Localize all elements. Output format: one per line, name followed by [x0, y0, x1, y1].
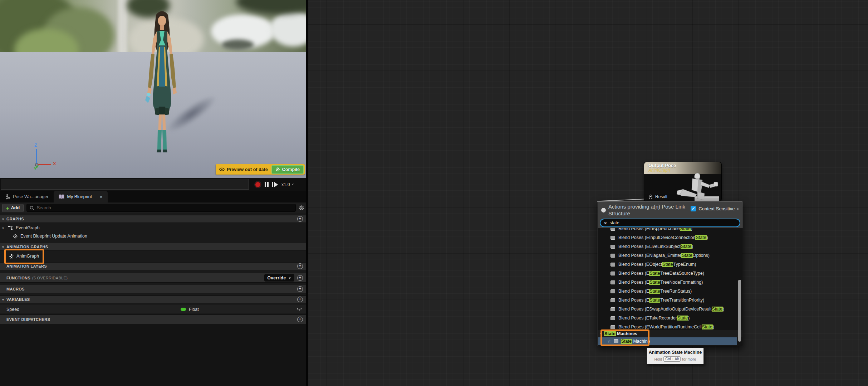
variable-speed-row[interactable]: Speed Float — [0, 305, 306, 313]
override-dropdown[interactable]: Override ∨ — [264, 274, 294, 282]
bullet-icon — [601, 208, 606, 212]
step-forward-button[interactable] — [272, 182, 278, 187]
float-type-pill — [181, 308, 186, 311]
settings-gear-icon[interactable] — [299, 205, 304, 211]
preview-out-of-date-banner: Preview out of date — [219, 167, 268, 172]
timeline-scrubber[interactable] — [1, 179, 249, 190]
tab-pose-watch-manager[interactable]: Pose Wa...anager — [0, 191, 54, 202]
event-update-row[interactable]: Event Blueprint Update Animation — [0, 233, 306, 240]
functions-overridable-count: (5 OVERRIDABLE) — [32, 276, 68, 280]
photo-blob — [118, 0, 127, 52]
node-subtitle: AnimGraph — [648, 168, 721, 173]
tooltip-hold-label: Hold — [654, 357, 662, 361]
context-menu-search-box[interactable]: × — [600, 219, 740, 227]
menu-item[interactable]: Blend Poses (ETakeRecorderState) — [598, 314, 742, 323]
pending-connection-wire — [308, 0, 868, 386]
add-animation-layer-button[interactable]: + — [297, 263, 303, 269]
event-graph-icon — [8, 225, 13, 230]
menu-item[interactable]: Blend Poses (EStateTreeTransitionPriorit… — [598, 296, 742, 305]
graphs-section-header[interactable]: ▾ GRAPHS + — [0, 215, 306, 223]
menu-item[interactable]: Blend Poses (EObjectStateTypeEnum) — [598, 260, 742, 269]
compile-button[interactable]: Compile — [271, 165, 304, 174]
menu-item-label: Blend Poses (ELiveLinkSubjectState) — [618, 244, 693, 249]
action-tooltip: Animation State Machine Hold Ctrl + Alt … — [647, 348, 704, 364]
add-macro-button[interactable]: + — [297, 286, 303, 292]
menu-item[interactable]: Blend Poses (EStateTreeRunStatus) — [598, 287, 742, 296]
eye-closed-icon[interactable] — [296, 308, 302, 311]
clear-search-icon[interactable]: × — [604, 220, 607, 226]
add-graph-button[interactable]: + — [297, 216, 303, 222]
photo-blob — [270, 11, 307, 47]
state-machine-highlight-box — [600, 329, 649, 346]
functions-section-header[interactable]: FUNCTIONS (5 OVERRIDABLE) Override ∨ + — [0, 273, 306, 283]
gear-icon — [275, 167, 280, 172]
menu-item[interactable]: Blend Poses (ESwapAudioOutputDeviceResul… — [598, 305, 742, 314]
anim-graph-canvas[interactable]: Output Pose AnimGraph Result — [308, 0, 868, 386]
context-menu-search-input[interactable] — [610, 220, 736, 225]
variable-name: Speed — [6, 307, 19, 312]
menu-item[interactable]: Blend Poses (EInputDeviceConnectionState… — [598, 233, 742, 242]
variable-type-label: Float — [189, 307, 199, 312]
enum-icon — [610, 263, 615, 267]
context-menu-list: Blend Poses (EWorldPartitionRuntimeCellS… — [598, 228, 742, 346]
chevron-down-icon: ∨ — [291, 183, 294, 186]
event-graph-label: EventGraph — [16, 225, 40, 230]
expander-icon[interactable]: ▾ — [2, 217, 4, 221]
menu-item[interactable]: Blend Poses (EStateTreeNodeFormatting) — [598, 278, 742, 287]
enum-icon — [610, 325, 615, 329]
add-button[interactable]: + Add — [2, 204, 24, 212]
preview-viewport[interactable]: Z X Y Preview out of date Compile — [0, 0, 307, 178]
anim-graph-row[interactable]: AnimGraph — [0, 251, 306, 261]
event-dispatchers-section-header[interactable]: EVENT DISPATCHERS + — [0, 314, 306, 324]
menu-item-label: Blend Poses (EObjectStateTypeEnum) — [618, 262, 696, 267]
output-pose-node[interactable]: Output Pose AnimGraph Result — [644, 162, 722, 202]
macros-header-label: MACROS — [6, 287, 25, 291]
enum-icon — [610, 254, 615, 258]
menu-item-label: Blend Poses (EStateTreeTransitionPriorit… — [618, 298, 704, 303]
animation-layers-section-header[interactable]: ANIMATION LAYERS + — [0, 262, 306, 270]
chevron-right-icon[interactable]: ▸ — [737, 206, 739, 211]
add-function-button[interactable]: + — [297, 275, 303, 281]
close-icon[interactable]: × — [100, 194, 103, 200]
context-menu-header: Actions providing a(n) Pose Link Structu… — [598, 202, 742, 218]
add-variable-button[interactable]: + — [297, 297, 303, 302]
macros-section-header[interactable]: MACROS + — [0, 285, 306, 293]
expander-icon[interactable]: ▾ — [2, 245, 4, 249]
result-pin[interactable]: Result — [648, 194, 667, 199]
tab-label: My Blueprint — [67, 194, 92, 199]
record-button[interactable] — [255, 181, 261, 188]
enum-icon — [610, 272, 615, 275]
expander-icon[interactable]: ▾ — [2, 226, 4, 230]
tooltip-title: Animation State Machine — [647, 350, 703, 355]
my-blueprint-search[interactable] — [26, 204, 296, 212]
pause-button[interactable] — [265, 182, 269, 187]
menu-item-label: Blend Poses (EInAppPurchaseState) — [618, 228, 692, 231]
panel-divider[interactable] — [306, 0, 308, 386]
compile-button-label: Compile — [282, 167, 300, 172]
preview-out-of-date-label: Preview out of date — [227, 167, 268, 172]
animation-graphs-section-header[interactable]: ▾ ANIMATION GRAPHS — [0, 243, 306, 251]
enum-icon — [610, 298, 615, 302]
menu-item[interactable]: Blend Poses (ENiagara_EmitterStateOption… — [598, 251, 742, 260]
variables-section-header[interactable]: ▾ VARIABLES + — [0, 295, 306, 303]
enum-icon — [610, 245, 615, 249]
menu-item-label: Blend Poses (EInputDeviceConnectionState… — [618, 235, 708, 240]
search-input[interactable] — [37, 205, 293, 210]
event-graph-row[interactable]: ▾ EventGraph — [0, 224, 306, 232]
menu-item[interactable]: Blend Poses (ELiveLinkSubjectState) — [598, 242, 742, 251]
panel-empty-area — [0, 324, 306, 386]
gizmo-x-axis — [37, 164, 51, 165]
gizmo-x-label: X — [53, 161, 56, 166]
expander-icon[interactable]: ▾ — [2, 298, 4, 302]
context-sensitive-checkbox[interactable]: ✓ — [691, 206, 696, 211]
event-update-label: Event Blueprint Update Animation — [20, 234, 87, 239]
playback-speed-dropdown[interactable]: x1.0 ∨ — [281, 182, 294, 187]
add-event-dispatcher-button[interactable]: + — [297, 317, 303, 322]
compile-status-bar: Preview out of date Compile — [216, 164, 305, 175]
result-pin-label: Result — [655, 194, 667, 199]
chevron-down-icon: ∨ — [288, 276, 291, 279]
scrollbar-thumb[interactable] — [738, 280, 741, 342]
tab-my-blueprint[interactable]: My Blueprint × — [54, 191, 108, 202]
menu-item[interactable]: Blend Poses (EStateTreeDataSourceType) — [598, 269, 742, 278]
menu-item[interactable]: Blend Poses (EInAppPurchaseState) — [598, 228, 742, 233]
